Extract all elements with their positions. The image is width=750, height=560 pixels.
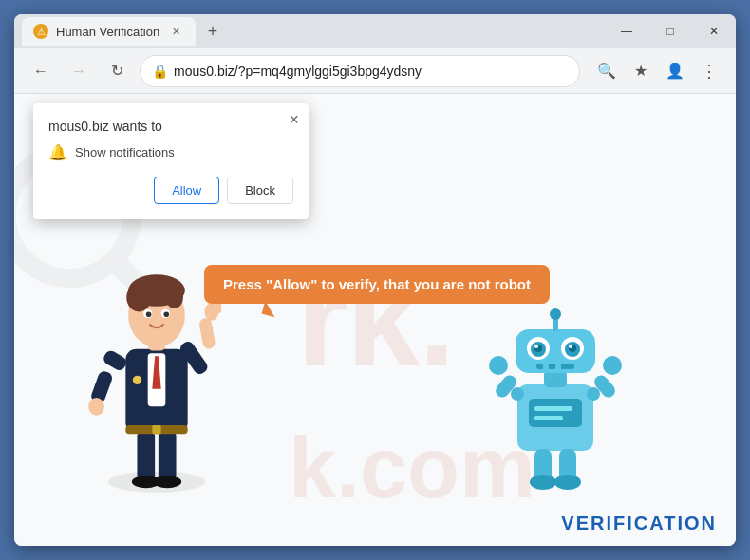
svg-point-21 <box>165 287 183 308</box>
svg-point-56 <box>511 387 524 401</box>
robot-figure <box>489 308 622 498</box>
address-bar[interactable]: 🔒 mous0.biz/?p=mq4gmylggi5gi3bpg4ydsny <box>140 55 580 87</box>
svg-rect-4 <box>159 429 177 482</box>
svg-point-6 <box>153 476 181 488</box>
svg-rect-3 <box>137 429 155 482</box>
svg-rect-32 <box>534 416 563 420</box>
url-text: mous0.biz/?p=mq4gmylggi5gi3bpg4ydsny <box>174 64 422 79</box>
lock-icon: 🔒 <box>152 64 168 79</box>
page-content: rk. × mous0.biz wants to 🔔 Show notifica… <box>14 94 736 546</box>
svg-rect-47 <box>555 364 561 369</box>
speech-bubble: Press "Allow" to verify, that you are no… <box>204 265 550 304</box>
titlebar-row: ⚠ Human Verification ✕ + — □ ✕ <box>14 14 736 48</box>
svg-point-16 <box>88 398 104 416</box>
verification-label: VERIFICATION <box>561 513 717 534</box>
maximize-button[interactable]: □ <box>648 14 692 48</box>
profile-button[interactable]: 👤 <box>660 56 690 86</box>
svg-point-20 <box>126 284 151 312</box>
svg-point-44 <box>569 345 572 348</box>
popup-title: mous0.biz wants to <box>48 119 293 134</box>
forward-button[interactable]: → <box>64 56 94 86</box>
popup-close-button[interactable]: × <box>289 111 299 128</box>
svg-point-24 <box>146 311 152 317</box>
svg-point-54 <box>530 475 556 490</box>
svg-rect-13 <box>198 317 216 349</box>
notification-popup: × mous0.biz wants to 🔔 Show notification… <box>33 103 309 219</box>
svg-rect-30 <box>529 399 582 427</box>
chrome-top: ⚠ Human Verification ✕ + — □ ✕ <box>14 14 736 48</box>
svg-point-55 <box>554 475 581 490</box>
allow-button[interactable]: Allow <box>154 177 219 204</box>
svg-rect-10 <box>102 348 128 372</box>
svg-rect-28 <box>152 425 160 434</box>
search-icon-button[interactable]: 🔍 <box>591 56 622 86</box>
svg-point-26 <box>133 376 141 384</box>
new-tab-button[interactable]: + <box>199 18 226 45</box>
speech-bubble-text: Press "Allow" to verify, that you are no… <box>223 276 531 292</box>
permission-label: Show notifications <box>75 145 175 159</box>
back-button[interactable]: ← <box>26 56 56 86</box>
svg-point-57 <box>587 387 600 401</box>
svg-rect-31 <box>534 406 572 411</box>
tab-title: Human Verification <box>56 25 159 39</box>
menu-button[interactable]: ⋮ <box>694 56 724 86</box>
tab-close-button[interactable]: ✕ <box>167 23 184 40</box>
svg-point-25 <box>163 311 169 317</box>
svg-point-49 <box>489 356 508 375</box>
browser-window: ⚠ Human Verification ✕ + — □ ✕ ← → ↻ 🔒 m… <box>14 14 736 546</box>
window-controls: — □ ✕ <box>605 14 736 48</box>
svg-point-36 <box>550 308 561 320</box>
popup-permission: 🔔 Show notifications <box>48 143 293 161</box>
nav-icons: 🔍 ★ 👤 ⋮ <box>591 56 724 86</box>
svg-point-43 <box>534 345 538 348</box>
navigation-bar: ← → ↻ 🔒 mous0.biz/?p=mq4gmylggi5gi3bpg4y… <box>14 48 736 94</box>
svg-rect-46 <box>543 364 549 369</box>
close-button[interactable]: ✕ <box>692 14 736 48</box>
active-tab[interactable]: ⚠ Human Verification ✕ <box>22 17 196 46</box>
tab-favicon: ⚠ <box>33 24 48 39</box>
bell-icon: 🔔 <box>48 143 67 161</box>
refresh-button[interactable]: ↻ <box>102 56 132 86</box>
bookmark-button[interactable]: ★ <box>626 56 656 86</box>
svg-point-51 <box>603 356 622 375</box>
minimize-button[interactable]: — <box>605 14 648 48</box>
block-button[interactable]: Block <box>227 177 293 204</box>
popup-buttons: Allow Block <box>48 177 293 204</box>
